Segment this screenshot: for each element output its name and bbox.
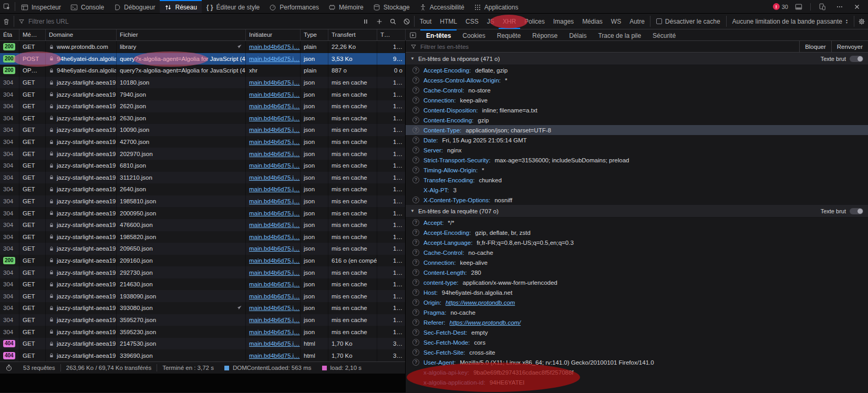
network-settings-button[interactable] (855, 14, 868, 29)
toolbox-tab-applications[interactable]: Applications (469, 0, 523, 13)
section-header[interactable]: ▼ En-têtes de la requête (707 o) Texte b… (406, 205, 868, 218)
header-row-pragma[interactable]: ? Pragma: no-cache (406, 307, 868, 317)
initiator-link[interactable]: main.bd4b6d75.j… (249, 162, 300, 169)
header-help-icon[interactable]: ? (412, 167, 419, 173)
search-button[interactable] (387, 14, 399, 29)
initiator-link[interactable]: main.bd4b6d75.j… (249, 293, 300, 299)
header-row-sec-fetch-mode[interactable]: ? Sec-Fetch-Mode: cors (406, 337, 868, 347)
initiator-link[interactable]: main.bd4b6d75.j… (249, 257, 300, 264)
header-help-icon[interactable]: ? (412, 127, 419, 133)
resend-request-button[interactable]: Renvoyer (831, 41, 868, 52)
initiator-link[interactable]: main.bd4b6d75.j… (249, 127, 300, 133)
raw-toggle[interactable] (850, 56, 863, 62)
request-row[interactable]: 304 GET jazzy-starlight-aeea19.netli… 79… (0, 88, 405, 100)
type-filter-css[interactable]: CSS (461, 14, 483, 29)
request-row[interactable]: 200 POST 94he6yatei-dsn.algolia.net quer… (0, 53, 405, 65)
disable-cache-checkbox[interactable] (656, 18, 662, 24)
header-row-content-encoding[interactable]: ? Content-Encoding: gzip (406, 115, 868, 125)
column-header-2[interactable]: Domaine (46, 29, 117, 40)
request-row[interactable]: 304 GET jazzy-starlight-aeea19.netli… 20… (0, 243, 405, 255)
header-help-icon[interactable]: ? (412, 67, 419, 74)
header-help-icon[interactable]: ? (412, 107, 419, 113)
request-row[interactable]: 304 GET jazzy-starlight-aeea19.netli… 21… (0, 278, 405, 291)
header-help-icon[interactable]: ? (412, 339, 419, 346)
type-filter-tout[interactable]: Tout (416, 14, 436, 29)
initiator-link[interactable]: main.bd4b6d75.j… (249, 317, 300, 323)
pause-traffic-button[interactable] (359, 14, 372, 29)
header-row-x-algolia-api-key[interactable]: ? x-algolia-api-key: 9ba0e69fb2974316cda… (406, 367, 868, 377)
header-row-content-disposition[interactable]: ? Content-Disposition: inline; filename=… (406, 105, 868, 115)
header-row-referer[interactable]: ? Referer: https://www.protondb.com/ (406, 317, 868, 327)
details-tab-requ-te[interactable]: Requête (491, 29, 526, 40)
header-help-icon[interactable]: ? (412, 177, 419, 183)
request-row[interactable]: 304 GET jazzy-starlight-aeea19.netli… 29… (0, 266, 405, 278)
initiator-link[interactable]: main.bd4b6d75.j… (249, 281, 300, 287)
header-help-icon[interactable]: ? (412, 249, 419, 256)
header-row-x-algolia-application-id[interactable]: ? x-algolia-application-id: 94HE6YATEI (406, 377, 868, 387)
header-row-connection[interactable]: ? Connection: keep-alive (406, 257, 868, 267)
throttling-select[interactable]: Aucune limitation de la bande passante ▲… (728, 14, 853, 29)
request-row[interactable]: 404 GET jazzy-starlight-aeea19.netli… 21… (0, 338, 405, 350)
type-filter-autre[interactable]: Autre (625, 14, 649, 29)
type-filter-html[interactable]: HTML (436, 14, 461, 29)
request-row[interactable]: 304 GET jazzy-starlight-aeea19.netli… 26… (0, 100, 405, 112)
request-row[interactable]: 304 GET jazzy-starlight-aeea19.netli… 35… (0, 314, 405, 326)
header-row-strict-transport-security[interactable]: ? Strict-Transport-Security: max-age=315… (406, 155, 868, 165)
header-row-timing-allow-origin[interactable]: ? Timing-Allow-Origin: * (406, 165, 868, 175)
initiator-link[interactable]: main.bd4b6d75.j… (249, 340, 300, 347)
initiator-link[interactable]: main.bd4b6d75.j… (249, 305, 300, 311)
split-console-button[interactable] (792, 3, 805, 11)
header-help-icon[interactable]: ? (412, 147, 419, 153)
header-value[interactable]: https://www.protondb.com (446, 299, 515, 306)
header-help-icon[interactable]: ? (412, 137, 419, 143)
header-row-content-type[interactable]: ? content-type: application/x-www-form-u… (406, 277, 868, 287)
header-row-cache-control[interactable]: ? Cache-Control: no-cache (406, 247, 868, 257)
initiator-link[interactable]: main.bd4b6d75.j… (249, 245, 300, 252)
request-row[interactable]: 404 GET jazzy-starlight-aeea19.netli… 33… (0, 349, 405, 361)
header-help-icon[interactable]: ? (412, 309, 419, 316)
request-row[interactable]: 304 GET jazzy-starlight-aeea19.netli… 42… (0, 136, 405, 148)
details-tab-trace-de-la-pile[interactable]: Trace de la pile (592, 29, 647, 40)
type-filter-js[interactable]: JS (483, 14, 499, 29)
initiator-link[interactable]: main.bd4b6d75.j… (249, 353, 300, 359)
element-picker-button[interactable] (0, 0, 14, 13)
initiator-link[interactable]: main.bd4b6d75.j… (249, 329, 300, 335)
type-filter-ws[interactable]: WS (607, 14, 625, 29)
clear-requests-button[interactable] (0, 14, 13, 29)
block-requests-button[interactable] (400, 14, 413, 29)
header-row-user-agent[interactable]: ? User-Agent: Mozilla/5.0 (X11; Linux x8… (406, 357, 868, 367)
header-row-server[interactable]: ? Server: nginx (406, 145, 868, 155)
initiator-link[interactable]: main.bd4b6d75.j… (249, 198, 300, 204)
header-row-content-length[interactable]: ? Content-Length: 280 (406, 267, 868, 277)
header-row-connection[interactable]: ? Connection: keep-alive (406, 95, 868, 105)
request-row[interactable]: 200 OP… 94he6yatei-dsn.algolia.net query… (0, 65, 405, 77)
header-row-cache-control[interactable]: ? Cache-Control: no-store (406, 85, 868, 95)
new-request-button[interactable] (373, 14, 386, 29)
header-help-icon[interactable]: ? (412, 239, 419, 246)
initiator-link[interactable]: main.bd4b6d75.j… (249, 151, 300, 157)
header-row-x-content-type-options[interactable]: ? X-Content-Type-Options: nosniff (406, 195, 868, 205)
devtools-menu-button[interactable] (833, 3, 846, 11)
toolbox-tab-editeur-de-style[interactable]: { }Éditeur de style (202, 0, 264, 13)
column-header-1[interactable]: Mé… (19, 29, 46, 40)
toolbox-tab-accessibilite[interactable]: Accessibilité (415, 0, 469, 13)
header-row-x-alg-pt[interactable]: ? X-Alg-PT: 3 (406, 185, 868, 195)
toolbox-tab-stockage[interactable]: Stockage (368, 0, 415, 13)
type-filter-xhr[interactable]: XHR (499, 14, 520, 29)
initiator-link[interactable]: main.bd4b6d75.j… (249, 210, 300, 216)
request-row[interactable]: 304 GET jazzy-starlight-aeea19.netli… 20… (0, 148, 405, 160)
request-row[interactable]: 304 GET jazzy-starlight-aeea19.netli… 10… (0, 124, 405, 136)
disable-cache-label[interactable]: Désactiver le cache (665, 18, 720, 25)
headers-filter-input[interactable] (420, 44, 795, 50)
header-row-accept-encoding[interactable]: ? Accept-Encoding: deflate, gzip (406, 65, 868, 75)
request-row[interactable]: 304 GET jazzy-starlight-aeea19.netli… 19… (0, 231, 405, 243)
toolbox-tab-inspecteur[interactable]: Inspecteur (16, 0, 66, 13)
header-row-date[interactable]: ? Date: Fri, 15 Aug 2025 21:05:14 GMT (406, 135, 868, 145)
column-header-3[interactable]: Fichier (117, 29, 246, 40)
header-row-access-control-allow-origin[interactable]: ? Access-Control-Allow-Origin: * (406, 75, 868, 85)
header-help-icon[interactable]: ? (412, 289, 419, 296)
column-header-4[interactable]: Initiateur (246, 29, 301, 40)
header-help-icon[interactable]: ? (412, 117, 419, 123)
initiator-link[interactable]: main.bd4b6d75.j… (249, 174, 300, 181)
url-filter-input[interactable] (28, 18, 359, 25)
